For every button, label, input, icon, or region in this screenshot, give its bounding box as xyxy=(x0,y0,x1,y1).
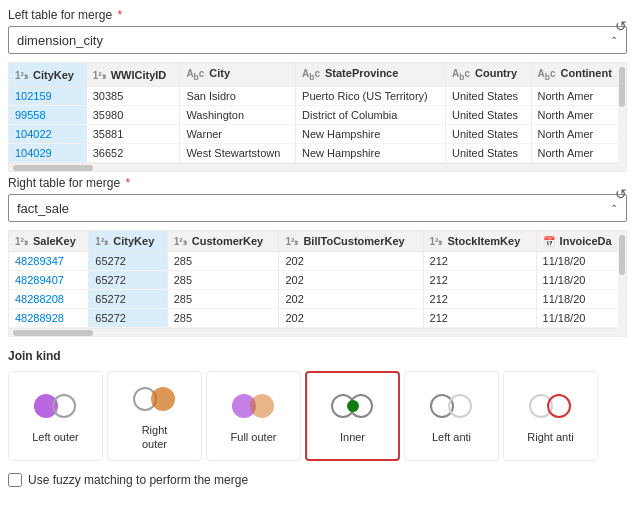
left-table-section: Left table for merge * dimension_city ⌃ … xyxy=(0,8,635,58)
right-table-refresh-button[interactable]: ↺ xyxy=(613,184,629,204)
col-invoicedate: 📅 InvoiceDa xyxy=(536,231,625,252)
right-table-section: Right table for merge * fact_sale ⌃ ↺ xyxy=(0,176,635,226)
chevron-down-icon: ⌃ xyxy=(610,35,618,46)
right-outer-icon xyxy=(133,381,177,417)
fuzzy-matching-checkbox[interactable] xyxy=(8,473,22,487)
right-table-dropdown[interactable]: fact_sale ⌃ xyxy=(8,194,627,222)
col-country: Abc Country xyxy=(446,63,531,87)
fuzzy-matching-row: Use fuzzy matching to perform the merge xyxy=(0,465,635,495)
col-stateprovince: Abc StateProvince xyxy=(296,63,446,87)
join-options-container: Left outer Rightouter xyxy=(8,371,627,461)
col-wwicityid: 1²₃ WWICityID xyxy=(86,63,180,87)
table-row: 48289407 65272 285 202 212 11/18/20 xyxy=(9,271,626,290)
right-table-grid: 1²₃ SaleKey 1²₃ CityKey 1²₃ CustomerKey … xyxy=(9,231,626,328)
right-outer-label: Rightouter xyxy=(142,423,168,452)
merge-dialog: Left table for merge * dimension_city ⌃ … xyxy=(0,0,635,527)
inner-label: Inner xyxy=(340,430,365,444)
right-table-label: Right table for merge * xyxy=(8,176,627,190)
left-table-value: dimension_city xyxy=(17,33,610,48)
table-row: 48288208 65272 285 202 212 11/18/20 xyxy=(9,290,626,309)
col-city: Abc City xyxy=(180,63,296,87)
table-row: 48288928 65272 285 202 212 11/18/20 xyxy=(9,309,626,328)
join-option-left-anti[interactable]: Left anti xyxy=(404,371,499,461)
right-table-vscrollbar[interactable] xyxy=(618,231,626,336)
join-option-right-anti[interactable]: Right anti xyxy=(503,371,598,461)
left-outer-label: Left outer xyxy=(32,430,78,444)
col-customerkey: 1²₃ CustomerKey xyxy=(167,231,279,252)
right-table-data: 1²₃ SaleKey 1²₃ CityKey 1²₃ CustomerKey … xyxy=(8,230,627,337)
table-row: 102159 30385 San Isidro Puerto Rico (US … xyxy=(9,87,626,106)
table-row: 104022 35881 Warner New Hampshire United… xyxy=(9,125,626,144)
join-option-full-outer[interactable]: Full outer xyxy=(206,371,301,461)
col-citykey-right: 1²₃ CityKey xyxy=(89,231,167,252)
left-outer-icon xyxy=(34,388,78,424)
left-anti-icon xyxy=(430,388,474,424)
left-table-grid: 1²₃ CityKey 1²₃ WWICityID Abc City Abc S… xyxy=(9,63,626,163)
col-stockitemkey: 1²₃ StockItemKey xyxy=(423,231,536,252)
right-table-hscrollbar[interactable] xyxy=(9,328,626,336)
join-option-right-outer[interactable]: Rightouter xyxy=(107,371,202,461)
right-table-value: fact_sale xyxy=(17,201,610,216)
join-kind-section: Join kind Left outer xyxy=(0,341,635,465)
left-anti-label: Left anti xyxy=(432,430,471,444)
chevron-down-icon: ⌃ xyxy=(610,203,618,214)
table-row: 48289347 65272 285 202 212 11/18/20 xyxy=(9,252,626,271)
left-table-hscrollbar[interactable] xyxy=(9,163,626,171)
full-outer-icon xyxy=(232,388,276,424)
inner-icon xyxy=(331,388,375,424)
col-salekey: 1²₃ SaleKey xyxy=(9,231,89,252)
table-row: 104029 36652 West Stewartstown New Hamps… xyxy=(9,144,626,163)
right-anti-label: Right anti xyxy=(527,430,573,444)
full-outer-label: Full outer xyxy=(231,430,277,444)
col-citykey: 1²₃ CityKey xyxy=(9,63,86,87)
left-table-vscrollbar[interactable] xyxy=(618,63,626,171)
join-option-inner[interactable]: Inner xyxy=(305,371,400,461)
left-table-dropdown[interactable]: dimension_city ⌃ xyxy=(8,26,627,54)
table-row: 99558 35980 Washington District of Colum… xyxy=(9,106,626,125)
join-kind-label: Join kind xyxy=(8,349,627,363)
right-anti-icon xyxy=(529,388,573,424)
left-table-label: Left table for merge * xyxy=(8,8,627,22)
col-billtocustomerkey: 1²₃ BillToCustomerKey xyxy=(279,231,423,252)
fuzzy-matching-label: Use fuzzy matching to perform the merge xyxy=(28,473,248,487)
col-continent: Abc Continent xyxy=(531,63,625,87)
left-table-data: 1²₃ CityKey 1²₃ WWICityID Abc City Abc S… xyxy=(8,62,627,172)
left-table-refresh-button[interactable]: ↺ xyxy=(613,16,629,36)
join-option-left-outer[interactable]: Left outer xyxy=(8,371,103,461)
